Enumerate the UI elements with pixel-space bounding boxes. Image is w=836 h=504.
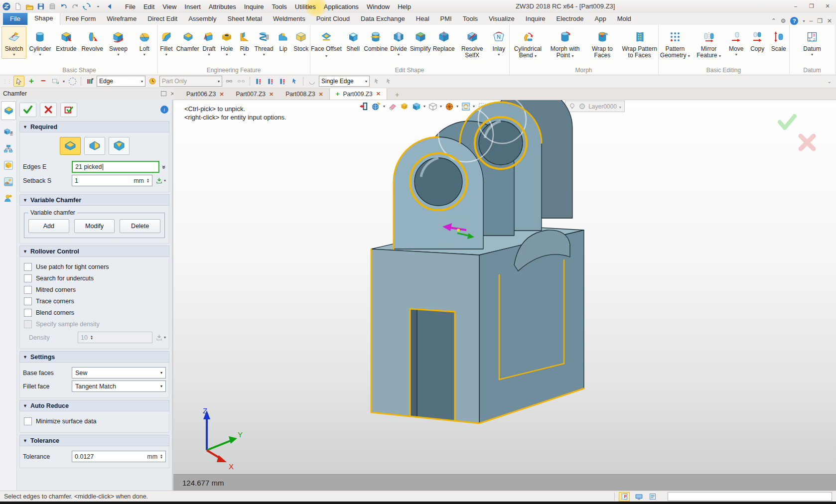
link-icon[interactable] (224, 76, 234, 86)
ribbon-tab-direct-edit[interactable]: Direct Edit (142, 13, 183, 25)
scope-select[interactable]: Part Only▾ (159, 76, 222, 87)
add-button[interactable]: Add (28, 219, 69, 233)
help-icon[interactable]: ? (790, 17, 798, 25)
info-icon[interactable]: i (159, 105, 169, 115)
pick-region-icon[interactable] (50, 76, 60, 86)
setback-quick-icon[interactable]: ▾ (155, 177, 166, 184)
ribbon-tab-shape[interactable]: Shape (27, 12, 60, 25)
redo-icon[interactable] (71, 2, 80, 11)
trace-corners-checkbox-row[interactable]: Trace corners (24, 297, 165, 305)
menu-view[interactable]: View (158, 3, 180, 10)
help-caret-icon[interactable]: ▾ (803, 19, 805, 23)
ribbon-face-offset-button[interactable]: Face Offset ▾ (310, 26, 343, 66)
ribbon-copy-button[interactable]: Copy (747, 26, 768, 59)
section-auto-reduce[interactable]: ▼Auto Reduce (19, 400, 169, 411)
section-variable-chamfer[interactable]: ▼Variable Chamfer (19, 194, 169, 206)
doc-minimize-icon[interactable]: – (809, 17, 813, 24)
status-input[interactable] (668, 492, 832, 501)
menu-help[interactable]: Help (394, 3, 415, 10)
ribbon-tab-assembly[interactable]: Assembly (183, 13, 222, 25)
dropdown-icon[interactable] (94, 2, 103, 11)
ribbon-shell-button[interactable]: Shell (343, 26, 363, 59)
ribbon-tab-free-form[interactable]: Free Form (60, 13, 102, 25)
ribbon-chamfer-button[interactable]: Chamfer (175, 26, 200, 59)
menu-utilities[interactable]: Utilities (291, 3, 320, 10)
ribbon-tab-wireframe[interactable]: Wireframe (101, 13, 142, 25)
unlink-icon[interactable] (236, 76, 246, 86)
package-icon[interactable] (48, 2, 57, 11)
ribbon-wrap-to-faces-button[interactable]: Wrap to Faces (584, 26, 621, 65)
pick-lasso-icon[interactable] (67, 76, 77, 86)
customize-icon[interactable] (82, 2, 91, 11)
ribbon-simplify-button[interactable]: Simplify (409, 26, 432, 59)
close-tab-icon[interactable]: ✕ (376, 91, 381, 97)
section-rollover-control[interactable]: ▼Rollover Control (19, 246, 169, 257)
menu-window[interactable]: Window (363, 3, 394, 10)
apply-button[interactable] (60, 103, 77, 117)
minimize-surface-checkbox-row[interactable]: Minimize surface data (24, 417, 165, 425)
ribbon-tab-weldments[interactable]: Weldments (268, 13, 311, 25)
ribbon-revolve-button[interactable]: Revolve (80, 26, 105, 59)
history-tree-icon[interactable] (3, 144, 13, 154)
ribbon-tab-pmi[interactable]: PMI (435, 13, 457, 25)
doc-close-icon[interactable]: ✕ (827, 17, 832, 24)
ribbon-tab-inquire[interactable]: Inquire (520, 13, 551, 25)
add-pick-icon[interactable]: + (26, 76, 36, 86)
close-tab-icon[interactable]: ✕ (319, 91, 323, 98)
notes-icon[interactable] (648, 493, 658, 501)
ribbon-tab-heal[interactable]: Heal (411, 13, 435, 25)
section-settings[interactable]: ▼Settings (19, 351, 169, 363)
ribbon-tab-app[interactable]: App (589, 13, 612, 25)
menu-insert[interactable]: Insert (180, 3, 205, 10)
use-patch-for-tight-corners-checkbox[interactable] (24, 263, 32, 271)
ribbon-tab-mold[interactable]: Mold (612, 13, 637, 25)
manager-icon[interactable] (3, 127, 13, 137)
blend-corners-checkbox[interactable] (24, 309, 32, 317)
new-file-icon[interactable] (13, 2, 22, 11)
exit-environment-icon[interactable] (359, 101, 369, 112)
ribbon-tab-electrode[interactable]: Electrode (551, 13, 589, 25)
ribbon-move-button[interactable]: Move▾ (725, 26, 747, 59)
menu-inquire[interactable]: Inquire (240, 3, 268, 10)
cursor-b-icon[interactable] (384, 76, 394, 86)
cancel-mark-icon[interactable] (797, 132, 817, 152)
cursor-a-icon[interactable] (372, 76, 382, 86)
ribbon-inlay-button[interactable]: NInlay▾ (489, 26, 509, 59)
tolerance-input[interactable]: 0.0127 mm ▲▼ (72, 451, 166, 462)
pick-cursor-icon[interactable] (289, 76, 299, 86)
close-tab-icon[interactable]: ✕ (269, 91, 274, 98)
section-required[interactable]: ▼Required (19, 121, 169, 132)
pick-list-b-icon[interactable] (266, 76, 276, 86)
ribbon-divide-button[interactable]: Divide▾ (388, 26, 409, 59)
panel-float-icon[interactable] (161, 91, 166, 96)
fillet-face-select[interactable]: Tangent Match▾ (72, 380, 166, 392)
ribbon-scale-button[interactable]: Scale (768, 26, 789, 59)
menu-file[interactable]: File (121, 3, 139, 10)
ribbon-mirror-feature-button[interactable]: Mirror Feature ▾ (692, 26, 726, 66)
spiral-icon[interactable]: ◡ (307, 76, 317, 86)
ribbon-resolve-selfx-button[interactable]: Resolve SelfX (456, 26, 489, 65)
specify-sample-density-checkbox-row[interactable]: Specify sample density (24, 320, 165, 328)
blend-corners-checkbox-row[interactable]: Blend corners (24, 309, 165, 317)
model-clevis-bracket[interactable] (369, 100, 638, 448)
pick-list-c-icon[interactable] (278, 76, 287, 86)
filter-icon[interactable] (85, 76, 95, 86)
doc-tab-part008-z3[interactable]: Part008.Z3✕ (279, 89, 329, 100)
ribbon-morph-with-point-button[interactable]: Morph with Point ▾ (547, 26, 584, 66)
ribbon-stock-button[interactable]: Stock (292, 26, 310, 59)
base-faces-select[interactable]: Sew▾ (72, 367, 166, 378)
modify-button[interactable]: Modify (74, 219, 115, 233)
settings-gear-icon[interactable]: ⚙ (781, 17, 786, 24)
open-file-icon[interactable] (25, 2, 34, 11)
entity-filter-select[interactable]: Edge▾ (97, 76, 145, 87)
ribbon-fillet-button[interactable]: Fillet▾ (157, 26, 175, 59)
density-input[interactable]: 10 ▲▼ (78, 332, 152, 343)
ribbon-loft-button[interactable]: Loft▾ (132, 26, 157, 59)
grip-handle[interactable]: ⋮⋮ (2, 79, 11, 84)
current-command-icon[interactable] (1, 101, 16, 120)
remove-pick-icon[interactable]: − (38, 76, 48, 86)
pick-region-caret-icon[interactable]: ▾ (63, 79, 65, 84)
ribbon-tab-tools[interactable]: Tools (457, 13, 483, 25)
specify-sample-density-checkbox[interactable] (24, 320, 32, 328)
setback-input[interactable]: 1 mm ▲▼ (72, 175, 152, 186)
